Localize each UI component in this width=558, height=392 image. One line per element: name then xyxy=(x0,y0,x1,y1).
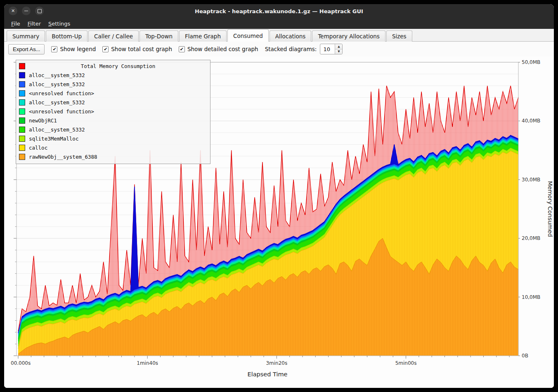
legend-swatch xyxy=(19,145,25,151)
y-tick-label: 0B xyxy=(522,353,528,359)
legend-item-rawnewobj-system-6388: rawNewObj__system_6388 xyxy=(19,152,207,161)
legend-swatch xyxy=(19,81,25,87)
tab-top-down[interactable]: Top-Down xyxy=(140,31,178,42)
legend-swatch xyxy=(19,154,25,160)
checkbox-box[interactable]: ✔ xyxy=(51,46,57,52)
tab-bottom-up[interactable]: Bottom-Up xyxy=(46,31,87,42)
legend-label: calloc xyxy=(29,145,47,151)
y-tick-label: 30,0MB xyxy=(522,177,540,183)
legend-swatch xyxy=(19,108,25,115)
legend-label: alloc__system_5332 xyxy=(29,72,85,78)
legend-item-alloc-system-5332: alloc__system_5332 xyxy=(19,80,207,89)
y-tick-label: 40,0MB xyxy=(522,118,540,124)
tab-sizes[interactable]: Sizes xyxy=(386,31,412,42)
checkbox-show-legend[interactable]: ✔Show legend xyxy=(51,46,96,52)
toolbar: Export As... ✔Show legend✔Show total cos… xyxy=(4,42,554,56)
export-as-button[interactable]: Export As... xyxy=(8,44,45,54)
checkbox-box[interactable]: ✔ xyxy=(179,46,185,52)
spin-down-icon[interactable]: ▼ xyxy=(335,49,342,54)
legend-item-alloc-system-5332: alloc__system_5332 xyxy=(19,125,207,134)
window-title: Heaptrack - heaptrack.wakunode.1.gz — He… xyxy=(195,8,363,14)
legend-title-row: Total Memory Consumption xyxy=(19,62,207,70)
legend-item-alloc-system-5332: alloc__system_5332 xyxy=(19,70,207,80)
checkbox-box[interactable]: ✔ xyxy=(102,46,109,52)
tab-summary[interactable]: Summary xyxy=(7,31,45,42)
y-tick-label: 20,0MB xyxy=(522,235,540,241)
close-icon[interactable]: ✕ xyxy=(9,7,17,15)
legend-item-newobjrc1: newObjRC1 xyxy=(19,116,207,125)
legend-title: Total Memory Consumption xyxy=(29,63,207,69)
legend-label: <unresolved function> xyxy=(29,108,94,115)
menu-file[interactable]: File xyxy=(7,19,24,28)
legend-total-swatch xyxy=(19,63,25,69)
x-tick-label: 1min40s xyxy=(137,360,158,366)
checkbox-label: Show detailed cost graph xyxy=(187,46,258,52)
checkbox-label: Show total cost graph xyxy=(111,46,172,52)
y-axis-title: Memory Consumed xyxy=(547,181,553,237)
x-tick-label: 00.000s xyxy=(11,360,31,366)
legend-swatch xyxy=(19,136,25,142)
legend-swatch xyxy=(19,72,25,78)
maximize-icon[interactable] xyxy=(35,7,44,15)
legend-label: newObjRC1 xyxy=(29,117,57,124)
legend-label: alloc__system_5332 xyxy=(29,81,85,87)
legend-swatch xyxy=(19,90,25,96)
x-axis-title: Elapsed Time xyxy=(247,371,287,378)
checkbox-label: Show legend xyxy=(60,46,96,52)
legend-label: sqlite3MemMalloc xyxy=(29,136,78,142)
legend-label: alloc__system_5332 xyxy=(29,99,85,106)
checkbox-group: ✔Show legend✔Show total cost graph✔Show … xyxy=(51,46,258,52)
tab-flame-graph[interactable]: Flame Graph xyxy=(179,31,227,42)
legend-item-unresolved-function: <unresolved function> xyxy=(19,89,207,98)
stacked-diagrams-label: Stacked diagrams: xyxy=(265,46,317,52)
menu-bar: FileFilterSettings xyxy=(4,18,554,29)
legend-label: alloc__system_5332 xyxy=(29,127,85,133)
legend-item-calloc: calloc xyxy=(19,143,207,152)
legend-item-unresolved-function: <unresolved function> xyxy=(19,107,207,116)
tab-bar: SummaryBottom-UpCaller / CalleeTop-DownF… xyxy=(4,29,554,42)
tab-caller-callee[interactable]: Caller / Callee xyxy=(88,31,139,42)
tab-temporary-allocations[interactable]: Temporary Allocations xyxy=(312,31,385,42)
title-bar: ✕ Heaptrack - heaptrack.wakunode.1.gz — … xyxy=(4,4,554,18)
menu-settings[interactable]: Settings xyxy=(45,19,74,28)
legend-item-alloc-system-5332: alloc__system_5332 xyxy=(19,98,207,107)
minimize-icon[interactable] xyxy=(22,7,31,15)
legend-swatch xyxy=(19,127,25,133)
legend-swatch xyxy=(19,99,25,106)
tab-allocations[interactable]: Allocations xyxy=(270,31,312,42)
tab-consumed[interactable]: Consumed xyxy=(227,29,269,42)
spin-up-icon[interactable]: ▲ xyxy=(335,44,342,49)
legend-swatch xyxy=(19,117,25,124)
legend-label: rawNewObj__system_6388 xyxy=(29,154,97,160)
menu-filter[interactable]: Filter xyxy=(24,19,45,28)
x-tick-label: 3min20s xyxy=(266,360,287,366)
chart-legend: Total Memory Consumption alloc__system_5… xyxy=(16,60,210,164)
stacked-diagrams-spinbox[interactable]: 10 ▲ ▼ xyxy=(320,44,343,54)
app-window: ✕ Heaptrack - heaptrack.wakunode.1.gz — … xyxy=(4,4,554,388)
checkbox-show-detailed-cost-graph[interactable]: ✔Show detailed cost graph xyxy=(179,46,258,52)
legend-label: <unresolved function> xyxy=(29,90,94,96)
y-tick-label: 10,0MB xyxy=(522,294,540,300)
checkbox-show-total-cost-graph[interactable]: ✔Show total cost graph xyxy=(102,46,172,52)
screen: ✕ Heaptrack - heaptrack.wakunode.1.gz — … xyxy=(0,0,558,392)
x-tick-label: 5min00s xyxy=(395,360,417,366)
window-controls: ✕ xyxy=(9,7,44,15)
legend-item-sqlite3memmalloc: sqlite3MemMalloc xyxy=(19,134,207,143)
y-tick-label: 50,0MB xyxy=(522,59,540,65)
spinbox-value: 10 xyxy=(320,44,335,54)
chart-area[interactable]: Total Memory Consumption alloc__system_5… xyxy=(4,56,554,388)
